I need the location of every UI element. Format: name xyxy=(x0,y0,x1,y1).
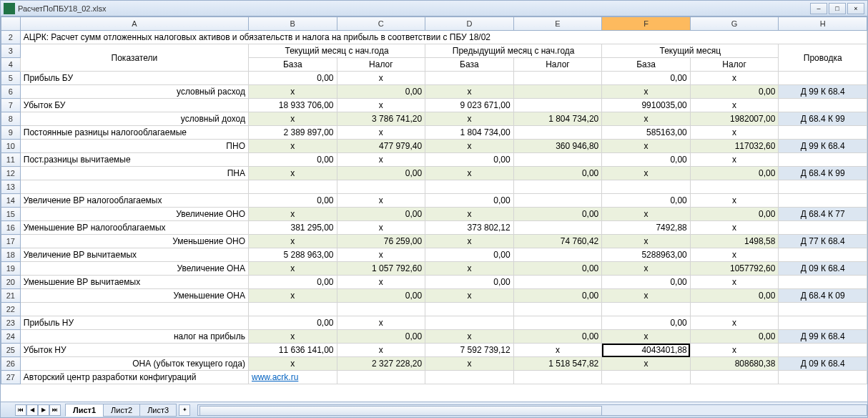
row-header[interactable]: 19 xyxy=(1,262,21,276)
data-cell[interactable]: x xyxy=(248,85,337,99)
indicator-cell[interactable]: Уменьшение ОНО xyxy=(20,235,248,248)
footer-link[interactable]: www.acrk.ru xyxy=(248,371,337,384)
posting-cell[interactable]: Д 09 К 68.4 xyxy=(779,262,867,276)
header-group-2[interactable]: Предыдущий месяц с нач.года xyxy=(425,44,602,58)
data-cell[interactable] xyxy=(513,180,602,194)
data-cell[interactable]: 7492,88 xyxy=(602,221,691,235)
indicator-cell[interactable]: Прибыль БУ xyxy=(20,72,248,85)
data-cell[interactable]: 0,00 xyxy=(513,289,602,303)
indicator-cell[interactable]: Уменьшение ВР налогооблагаемых xyxy=(20,221,248,235)
sheet-tab[interactable]: Лист2 xyxy=(103,404,140,417)
data-cell[interactable]: x xyxy=(602,357,691,371)
data-cell[interactable]: x xyxy=(690,276,779,289)
posting-cell[interactable]: Д 09 К 68.4 xyxy=(779,357,867,371)
data-cell[interactable]: 11 636 141,00 xyxy=(248,344,337,357)
data-cell[interactable]: x xyxy=(602,140,691,153)
indicator-cell[interactable]: ОНА (убыток текущего года) xyxy=(20,357,248,371)
data-cell[interactable] xyxy=(513,276,602,289)
data-cell[interactable] xyxy=(513,194,602,208)
data-cell[interactable]: 0,00 xyxy=(337,85,425,99)
data-cell[interactable]: x xyxy=(602,167,691,180)
row-header[interactable]: 23 xyxy=(1,316,21,330)
data-cell[interactable] xyxy=(513,85,602,99)
indicator-cell[interactable]: Уменьшение ВР вычитаемых xyxy=(20,276,248,289)
data-cell[interactable]: 0,00 xyxy=(690,85,779,99)
data-cell[interactable]: x xyxy=(425,85,514,99)
row-header[interactable]: 25 xyxy=(1,344,21,357)
title-cell[interactable]: АЦРК: Расчет сумм отложенных налоговых а… xyxy=(20,31,867,44)
posting-cell[interactable] xyxy=(779,194,867,208)
header-group-4[interactable]: Проводка xyxy=(779,44,867,72)
data-cell[interactable]: 0,00 xyxy=(602,72,691,85)
data-cell[interactable]: 0,00 xyxy=(602,153,691,167)
data-cell[interactable]: 117032,60 xyxy=(690,140,779,153)
data-cell[interactable]: x xyxy=(337,316,425,330)
data-cell[interactable]: 381 295,00 xyxy=(248,221,337,235)
data-cell[interactable]: x xyxy=(690,126,779,140)
data-cell[interactable]: 585163,00 xyxy=(602,126,691,140)
data-cell[interactable]: 0,00 xyxy=(513,208,602,221)
posting-cell[interactable]: Д 99 К 68.4 xyxy=(779,85,867,99)
data-cell[interactable]: x xyxy=(248,208,337,221)
col-header-E[interactable]: E xyxy=(513,17,602,31)
data-cell[interactable]: 1 518 547,82 xyxy=(513,357,602,371)
data-cell[interactable]: x xyxy=(337,72,425,85)
maximize-button[interactable]: □ xyxy=(829,3,846,14)
data-cell[interactable]: x xyxy=(248,262,337,276)
data-cell[interactable]: x xyxy=(337,344,425,357)
data-cell[interactable]: x xyxy=(337,126,425,140)
data-cell[interactable]: x xyxy=(602,85,691,99)
data-cell[interactable] xyxy=(248,303,337,316)
indicator-cell[interactable]: ПНО xyxy=(20,140,248,153)
data-cell[interactable]: 0,00 xyxy=(337,208,425,221)
data-cell[interactable] xyxy=(337,180,425,194)
indicator-cell[interactable]: Убыток БУ xyxy=(20,99,248,112)
data-cell[interactable]: x xyxy=(425,262,514,276)
header-group-1[interactable]: Текущий месяц с нач.года xyxy=(248,44,425,58)
row-header[interactable]: 21 xyxy=(1,289,21,303)
posting-cell[interactable]: Д 77 К 68.4 xyxy=(779,235,867,248)
data-cell[interactable]: x xyxy=(690,153,779,167)
data-cell[interactable] xyxy=(602,303,691,316)
indicator-cell[interactable]: Прибыль НУ xyxy=(20,316,248,330)
posting-cell[interactable]: Д 99 К 68.4 xyxy=(779,330,867,344)
data-cell[interactable]: x xyxy=(425,235,514,248)
data-cell[interactable]: 1982007,00 xyxy=(690,112,779,126)
subheader[interactable]: База xyxy=(248,58,337,72)
close-button[interactable]: × xyxy=(847,3,864,14)
posting-cell[interactable] xyxy=(779,221,867,235)
data-cell[interactable]: x xyxy=(602,330,691,344)
row-header[interactable]: 11 xyxy=(1,153,21,167)
subheader[interactable]: База xyxy=(425,58,514,72)
data-cell[interactable]: x xyxy=(248,112,337,126)
data-cell[interactable]: x xyxy=(337,248,425,262)
data-cell[interactable] xyxy=(425,316,514,330)
data-cell[interactable]: 4043401,88 xyxy=(602,344,691,357)
data-cell[interactable]: x xyxy=(602,112,691,126)
col-header-B[interactable]: B xyxy=(248,17,337,31)
posting-cell[interactable] xyxy=(779,276,867,289)
data-cell[interactable]: 808680,38 xyxy=(690,357,779,371)
row-header[interactable]: 8 xyxy=(1,112,21,126)
data-cell[interactable]: 477 979,40 xyxy=(337,140,425,153)
posting-cell[interactable] xyxy=(779,316,867,330)
indicator-cell[interactable]: Увеличение ОНА xyxy=(20,262,248,276)
minimize-button[interactable]: – xyxy=(810,3,827,14)
data-cell[interactable]: 0,00 xyxy=(602,276,691,289)
subheader[interactable]: Налог xyxy=(690,58,779,72)
data-cell[interactable] xyxy=(690,303,779,316)
data-cell[interactable] xyxy=(425,72,514,85)
posting-cell[interactable]: Д 68.4 К 09 xyxy=(779,289,867,303)
data-cell[interactable] xyxy=(513,248,602,262)
data-cell[interactable]: 0,00 xyxy=(425,153,514,167)
row-header[interactable]: 14 xyxy=(1,194,21,208)
posting-cell[interactable] xyxy=(779,126,867,140)
col-header-F[interactable]: F xyxy=(602,17,691,31)
data-cell[interactable]: x xyxy=(248,235,337,248)
indicator-cell[interactable] xyxy=(20,303,248,316)
data-cell[interactable]: x xyxy=(602,289,691,303)
data-cell[interactable]: x xyxy=(690,344,779,357)
posting-cell[interactable] xyxy=(779,72,867,85)
horizontal-scrollbar[interactable] xyxy=(197,404,867,416)
data-cell[interactable]: x xyxy=(248,289,337,303)
